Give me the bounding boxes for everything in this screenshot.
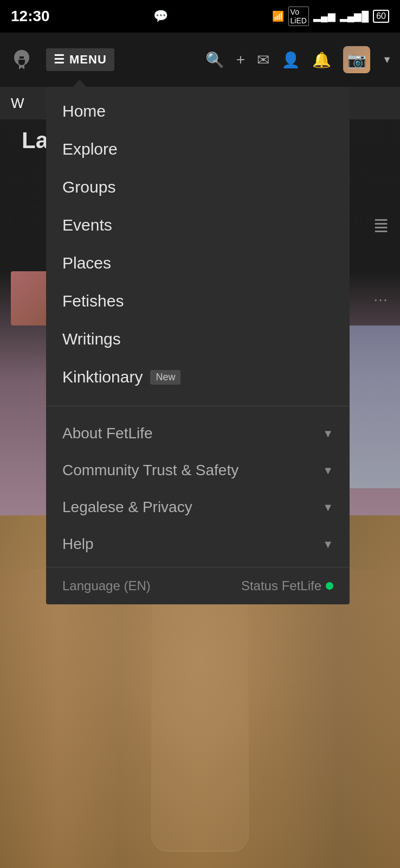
menu-item-community-trust-safety-label: Community Trust & Safety [62, 462, 238, 479]
menu-item-places[interactable]: Places [46, 244, 350, 282]
battery-level: 60 [376, 11, 386, 21]
menu-item-writings[interactable]: Writings [46, 320, 350, 358]
community-trust-safety-chevron-icon: ▼ [322, 464, 333, 477]
menu-divider [46, 406, 350, 406]
menu-item-legalese-privacy[interactable]: Legalese & Privacy ▼ [46, 489, 350, 526]
menu-item-help[interactable]: Help ▼ [46, 526, 350, 563]
menu-item-fetishes[interactable]: Fetishes [46, 282, 350, 320]
avatar-image: 📷 [347, 51, 366, 69]
menu-button[interactable]: ☰ MENU [46, 48, 114, 71]
add-icon[interactable]: + [236, 51, 245, 68]
menu-item-kinktionary-label: Kinktionary [62, 368, 143, 386]
signal-label: VoLiED [288, 7, 309, 26]
menu-item-about-fetlife[interactable]: About FetLife ▼ [46, 415, 350, 452]
menu-item-fetishes-label: Fetishes [62, 292, 124, 310]
menu-button-label: MENU [69, 53, 107, 67]
battery-icon: 60 [373, 10, 389, 23]
status-label: Status FetLife [241, 578, 321, 593]
menu-item-places-label: Places [62, 254, 111, 272]
language-selector[interactable]: Language (EN) [62, 578, 151, 593]
notification-icon: 💬 [153, 9, 168, 23]
menu-item-events[interactable]: Events [46, 206, 350, 244]
avatar-button[interactable]: 📷 [343, 46, 370, 73]
messages-icon[interactable]: ✉ [257, 51, 269, 69]
new-badge: New [150, 370, 180, 385]
status-dot [326, 582, 333, 590]
menu-item-community-trust-safety[interactable]: Community Trust & Safety ▼ [46, 452, 350, 489]
status-indicator: Status FetLife [241, 578, 333, 593]
notifications-icon[interactable]: 🔔 [312, 51, 331, 69]
signal-bars-1: ▂▄▆ [313, 10, 336, 22]
menu-item-writings-label: Writings [62, 330, 121, 348]
nav-bar: ☰ MENU 🔍 + ✉ 👤 🔔 📷 ▼ [0, 33, 400, 87]
signal-bars-2: ▂▄▆█ [340, 10, 369, 22]
menu-item-home[interactable]: Home [46, 92, 350, 130]
menu-item-home-label: Home [62, 102, 106, 120]
list-view-icon[interactable]: ≣ [373, 214, 389, 237]
menu-item-help-label: Help [62, 535, 94, 553]
avatar-chevron-icon: ▼ [382, 54, 392, 66]
menu-item-groups-label: Groups [62, 178, 115, 196]
menu-item-groups[interactable]: Groups [46, 168, 350, 206]
menu-item-legalese-privacy-label: Legalese & Privacy [62, 499, 192, 516]
menu-footer: Language (EN) Status FetLife [46, 567, 350, 604]
menu-item-about-fetlife-label: About FetLife [62, 425, 153, 442]
hamburger-icon: ☰ [54, 53, 65, 67]
menu-item-explore[interactable]: Explore [46, 130, 350, 168]
about-fetlife-chevron-icon: ▼ [322, 427, 333, 440]
menu-expandable-items: About FetLife ▼ Community Trust & Safety… [46, 411, 350, 567]
wifi-icon: 📶 [272, 10, 284, 22]
nav-icons: 🔍 + ✉ 👤 🔔 📷 ▼ [205, 46, 392, 73]
status-bar: 12:30 💬 📶 VoLiED ▂▄▆ ▂▄▆█ 60 [0, 0, 400, 33]
menu-item-events-label: Events [62, 216, 112, 234]
menu-item-kinktionary[interactable]: Kinktionary New [46, 358, 350, 396]
main-menu-dropdown: Home Explore Groups Events Places Fetish… [46, 87, 350, 604]
status-icons: 📶 VoLiED ▂▄▆ ▂▄▆█ 60 [272, 7, 389, 26]
profile-icon[interactable]: 👤 [281, 51, 300, 69]
menu-item-explore-label: Explore [62, 140, 118, 158]
menu-arrow [73, 79, 86, 87]
fetlife-logo-svg [11, 49, 33, 71]
status-time: 12:30 [11, 8, 50, 25]
help-chevron-icon: ▼ [322, 538, 333, 551]
search-icon[interactable]: 🔍 [205, 51, 224, 69]
menu-main-items: Home Explore Groups Events Places Fetish… [46, 87, 350, 401]
logo [8, 46, 35, 73]
more-options-icon[interactable]: … [373, 288, 389, 305]
content-header-text: W [11, 95, 24, 112]
legalese-privacy-chevron-icon: ▼ [322, 501, 333, 514]
